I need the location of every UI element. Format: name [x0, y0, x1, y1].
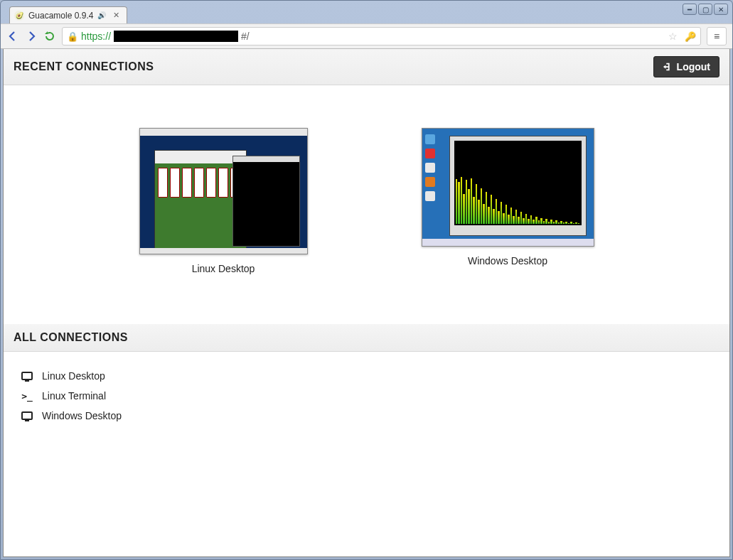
- spectrum-bars: [456, 174, 580, 224]
- connection-row[interactable]: >_ Linux Terminal: [21, 386, 712, 406]
- connection-label: Linux Terminal: [42, 390, 106, 402]
- recent-header: RECENT CONNECTIONS Logout: [4, 49, 729, 85]
- url-scheme: https://: [81, 31, 111, 42]
- desktop-icon: [21, 371, 33, 381]
- connection-row[interactable]: Windows Desktop: [21, 406, 712, 426]
- recent-connections-grid: Linux Desktop Windows Desktop: [4, 85, 729, 324]
- thumbnail-windows-desktop: [422, 128, 594, 247]
- all-header: ALL CONNECTIONS: [4, 324, 729, 352]
- thumbnail-linux-desktop: [139, 128, 308, 254]
- recent-label: Windows Desktop: [468, 255, 547, 266]
- recent-connection-windows[interactable]: Windows Desktop: [422, 128, 594, 274]
- address-bar[interactable]: 🔒 https:// #/ ☆ 🔑: [62, 27, 701, 45]
- tab-close-icon[interactable]: ✕: [113, 11, 119, 20]
- recent-connection-linux[interactable]: Linux Desktop: [139, 128, 308, 274]
- connection-row[interactable]: Linux Desktop: [21, 366, 712, 386]
- browser-window: ━ ▢ ✕ 🥑 Guacamole 0.9.4 🔊 ✕ 🔒 https:// #…: [0, 0, 733, 560]
- recent-title: RECENT CONNECTIONS: [14, 60, 154, 73]
- tab-title: Guacamole 0.9.4: [28, 11, 93, 21]
- window-controls: ━ ▢ ✕: [683, 4, 728, 15]
- minimize-button[interactable]: ━: [683, 4, 697, 15]
- url-host-redacted: [114, 31, 238, 42]
- all-title: ALL CONNECTIONS: [14, 331, 128, 344]
- guacamole-favicon-icon: 🥑: [14, 11, 24, 21]
- browser-toolbar: 🔒 https:// #/ ☆ 🔑 ≡: [1, 23, 732, 49]
- recent-label: Linux Desktop: [192, 263, 255, 274]
- back-button[interactable]: [6, 30, 19, 43]
- connection-label: Linux Desktop: [42, 370, 105, 382]
- bookmark-star-icon[interactable]: ☆: [668, 31, 678, 42]
- maximize-button[interactable]: ▢: [698, 4, 712, 15]
- desktop-icon: [21, 411, 33, 421]
- reload-button[interactable]: [43, 30, 56, 43]
- connection-label: Windows Desktop: [42, 410, 122, 421]
- lock-icon: 🔒: [67, 31, 78, 42]
- tab-strip: 🥑 Guacamole 0.9.4 🔊 ✕: [1, 1, 732, 23]
- close-button[interactable]: ✕: [714, 4, 728, 15]
- logout-icon: [663, 62, 673, 72]
- browser-tab[interactable]: 🥑 Guacamole 0.9.4 🔊 ✕: [9, 6, 127, 23]
- browser-menu-button[interactable]: ≡: [707, 27, 727, 45]
- logout-button[interactable]: Logout: [653, 56, 719, 77]
- logout-label: Logout: [677, 61, 710, 72]
- key-icon[interactable]: 🔑: [685, 31, 696, 42]
- forward-button[interactable]: [25, 30, 38, 43]
- url-path: #/: [241, 31, 250, 42]
- audio-icon: 🔊: [97, 11, 106, 19]
- page-content: RECENT CONNECTIONS Logout Linux Desktop: [3, 49, 730, 557]
- terminal-icon: >_: [21, 391, 33, 401]
- all-connections-list: Linux Desktop >_ Linux Terminal Windows …: [4, 352, 729, 440]
